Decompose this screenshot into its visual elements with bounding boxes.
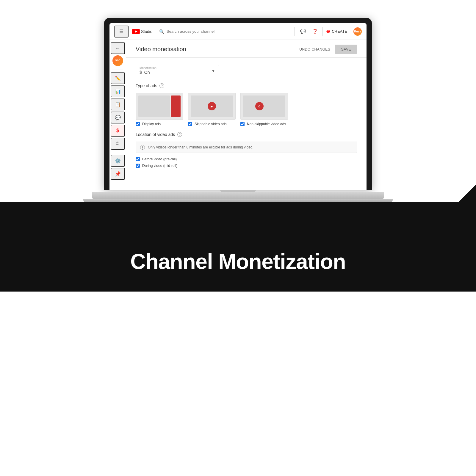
top-nav: ☰ Studio 🔍 💬 xyxy=(109,23,367,40)
pre-roll-checkbox[interactable] xyxy=(136,157,140,161)
search-bar[interactable]: 🔍 xyxy=(156,27,295,36)
content-body: Monetisation $ On ▼ xyxy=(126,58,367,175)
sidebar-item-edit[interactable]: ✏️ xyxy=(111,72,125,84)
skippable-ads-card: ▶ Skippable video ads xyxy=(188,93,236,126)
info-icon: ℹ xyxy=(140,145,145,150)
location-options: Before video (pre-roll) During video (mi… xyxy=(136,157,357,168)
nonskip-preview-video xyxy=(243,95,285,117)
skippable-ads-checkbox[interactable] xyxy=(188,122,192,126)
laptop-base xyxy=(92,192,384,199)
sidebar-item-comments[interactable]: 💬 xyxy=(111,112,125,123)
skip-preview-visual: ▶ xyxy=(188,93,235,119)
nonskippable-ads-checkbox[interactable] xyxy=(240,122,245,126)
save-button[interactable]: SAVE xyxy=(335,45,357,54)
sidebar-divider-2 xyxy=(112,152,123,152)
page-header: Video monetisation UNDO CHANGES SAVE xyxy=(126,40,367,58)
page-title: Video monetisation xyxy=(136,46,186,53)
sidebar-divider xyxy=(112,70,123,70)
monetisation-dropdown[interactable]: Monetisation $ On ▼ xyxy=(136,65,219,77)
nonskippable-ads-card: ⏱ Non-skippable video ads xyxy=(240,93,288,126)
create-plus-icon: ⊕ xyxy=(326,29,330,34)
info-banner: ℹ Only videos longer than 8 minutes are … xyxy=(136,142,357,153)
display-ads-card: Display ads xyxy=(136,93,183,126)
create-button[interactable]: ⊕ CREATE xyxy=(322,27,351,36)
sidebar-item-copyright[interactable]: © xyxy=(111,138,125,150)
yt-studio: ☰ Studio 🔍 💬 xyxy=(109,23,367,190)
mid-roll-option: During video (mid-roll) xyxy=(136,164,357,168)
pre-roll-option: Before video (pre-roll) xyxy=(136,157,357,161)
dropdown-value: $ On xyxy=(140,70,150,75)
yt-logo: Studio xyxy=(132,29,152,34)
skip-play-icon: ▶ xyxy=(208,102,216,110)
laptop-wrapper: ☰ Studio 🔍 💬 xyxy=(83,18,393,202)
info-banner-text: Only videos longer than 8 minutes are el… xyxy=(148,145,253,149)
display-preview-main xyxy=(138,95,170,117)
nav-actions: 💬 ❓ ⊕ CREATE Russ xyxy=(298,27,362,36)
triangle-decoration xyxy=(440,184,476,220)
mid-roll-checkbox[interactable] xyxy=(136,164,140,168)
sidebar-channel-logo: G0C xyxy=(112,55,123,66)
mid-roll-label: During video (mid-roll) xyxy=(142,164,177,168)
display-ads-label: Display ads xyxy=(142,122,161,126)
main-area: ← G0C ✏️ 📊 📋 💬 $ © ⚙️ 📌 xyxy=(109,40,367,190)
bottom-banner: Channel Monetization xyxy=(0,202,476,292)
sidebar-item-monetisation[interactable]: $ xyxy=(111,125,125,137)
laptop-screen: ☰ Studio 🔍 💬 xyxy=(109,23,367,190)
sidebar-item-analytics[interactable]: 📊 xyxy=(111,85,125,97)
monetisation-value: On xyxy=(144,70,150,75)
skippable-ads-checkbox-row: Skippable video ads xyxy=(188,122,236,126)
help-button[interactable]: ❓ xyxy=(310,27,320,36)
location-help-icon[interactable]: ? xyxy=(177,132,182,137)
laptop-notch xyxy=(220,190,256,192)
laptop-screen-outer: ☰ Studio 🔍 💬 xyxy=(104,18,372,190)
nonskippable-ads-preview: ⏱ xyxy=(240,93,288,120)
type-of-ads-help-icon[interactable]: ? xyxy=(159,83,164,88)
display-ads-checkbox-row: Display ads xyxy=(136,122,183,126)
display-ads-preview xyxy=(136,93,183,120)
monetisation-field-label: Monetisation xyxy=(140,66,156,70)
nonskippable-ads-checkbox-row: Non-skippable video ads xyxy=(240,122,288,126)
ad-cards: Display ads ▶ xyxy=(136,93,357,126)
hamburger-menu-button[interactable]: ☰ xyxy=(114,26,129,37)
skippable-ads-label: Skippable video ads xyxy=(195,122,226,126)
messages-button[interactable]: 💬 xyxy=(298,27,308,36)
laptop-bottom xyxy=(83,199,393,202)
nonskippable-ads-label: Non-skippable video ads xyxy=(247,122,286,126)
header-actions: UNDO CHANGES SAVE xyxy=(299,45,357,54)
undo-changes-button[interactable]: UNDO CHANGES xyxy=(299,47,330,51)
sidebar-item-subtitles[interactable]: 📋 xyxy=(111,98,125,110)
sidebar-item-settings[interactable]: ⚙️ xyxy=(111,155,125,167)
banner-title: Channel Monetization xyxy=(130,249,346,274)
sidebar: ← G0C ✏️ 📊 📋 💬 $ © ⚙️ 📌 xyxy=(109,40,126,190)
nonskip-preview-visual: ⏱ xyxy=(241,93,288,119)
sidebar-item-feedback[interactable]: 📌 xyxy=(111,168,125,180)
location-heading: Location of video ads ? xyxy=(136,132,357,137)
dropdown-arrow-icon: ▼ xyxy=(212,69,215,73)
search-icon: 🔍 xyxy=(159,29,164,34)
location-section: Location of video ads ? ℹ Only videos lo… xyxy=(136,132,357,168)
display-preview-ad-block xyxy=(171,95,181,117)
studio-label: Studio xyxy=(141,29,152,34)
display-preview-visual xyxy=(136,93,183,119)
sidebar-back-button[interactable]: ← xyxy=(111,42,125,54)
dollar-icon: $ xyxy=(140,70,142,75)
type-of-ads-section: Type of ads ? xyxy=(136,83,357,126)
youtube-icon xyxy=(132,29,140,34)
nonskip-timer-icon: ⏱ xyxy=(255,102,264,110)
monetisation-section: Monetisation $ On ▼ xyxy=(136,65,357,77)
content-area: Video monetisation UNDO CHANGES SAVE xyxy=(126,40,367,190)
avatar[interactable]: Russ xyxy=(353,27,362,36)
search-input[interactable] xyxy=(167,29,292,34)
type-of-ads-heading: Type of ads ? xyxy=(136,83,357,88)
display-ads-checkbox[interactable] xyxy=(136,122,140,126)
create-label: CREATE xyxy=(332,29,347,34)
pre-roll-label: Before video (pre-roll) xyxy=(142,157,177,161)
skippable-ads-preview: ▶ xyxy=(188,93,236,120)
